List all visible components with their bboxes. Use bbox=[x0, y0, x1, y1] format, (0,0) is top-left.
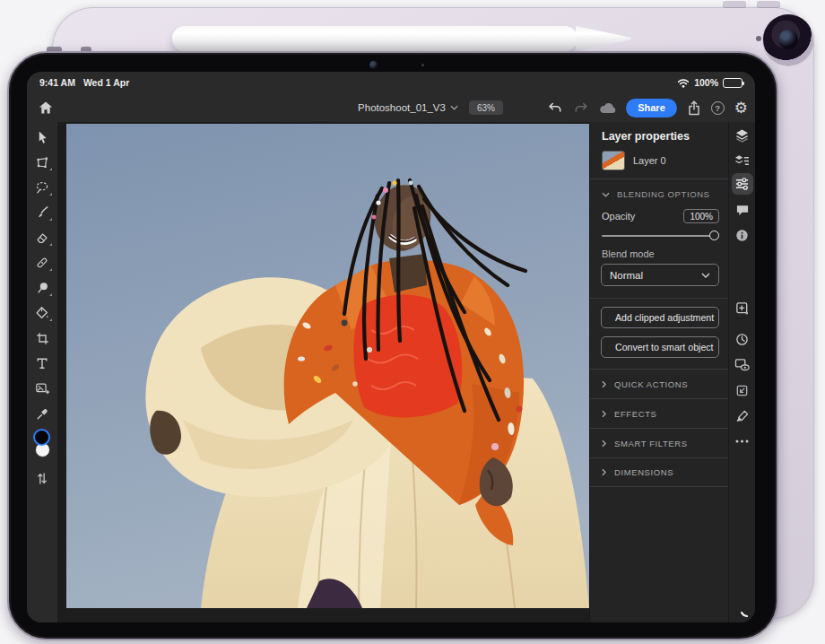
tool-healing-brush[interactable] bbox=[27, 250, 57, 275]
panel-sections: QUICK ACTIONS EFFECTS SMART FILTERS DIME… bbox=[590, 369, 728, 487]
rear-microphone bbox=[756, 36, 761, 41]
info-icon[interactable] bbox=[732, 224, 753, 246]
tool-type[interactable] bbox=[27, 351, 57, 376]
tool-move[interactable] bbox=[27, 125, 57, 150]
status-date: Wed 1 Apr bbox=[83, 77, 129, 88]
convert-to-smart-object-button[interactable]: Convert to smart object bbox=[601, 336, 719, 358]
apple-pencil bbox=[172, 26, 578, 51]
tool-rail bbox=[27, 122, 57, 622]
home-button[interactable] bbox=[34, 97, 57, 118]
wifi-icon bbox=[677, 78, 690, 88]
front-ipad: 9:41 AM Wed 1 Apr 100% P bbox=[7, 51, 778, 640]
layers-icon[interactable] bbox=[732, 125, 753, 146]
section-effects[interactable]: EFFECTS bbox=[590, 398, 728, 428]
help-button[interactable]: ? bbox=[711, 101, 725, 115]
chevron-right-icon bbox=[602, 410, 606, 418]
layer-visibility-icon[interactable] bbox=[732, 353, 753, 375]
screen-corner-highlight bbox=[740, 605, 752, 618]
export-button[interactable] bbox=[687, 100, 701, 116]
blending-options-header[interactable]: BLENDING OPTIONS bbox=[590, 179, 728, 201]
tool-color-swatch[interactable] bbox=[27, 428, 57, 462]
section-dimensions[interactable]: DIMENSIONS bbox=[590, 457, 728, 487]
ambient-sensor bbox=[421, 64, 424, 66]
rear-top-button bbox=[723, 1, 746, 8]
tool-dodge[interactable] bbox=[27, 275, 57, 300]
opacity-slider[interactable] bbox=[602, 235, 716, 237]
task-rail bbox=[728, 122, 755, 622]
chevron-down-icon bbox=[450, 105, 458, 110]
tool-eyedropper[interactable] bbox=[27, 401, 57, 426]
tool-fill[interactable] bbox=[27, 300, 57, 326]
clean-icon[interactable] bbox=[732, 405, 753, 426]
tool-lasso[interactable] bbox=[27, 175, 57, 200]
battery-percent: 100% bbox=[694, 77, 718, 88]
zoom-level-badge[interactable]: 63% bbox=[469, 100, 503, 115]
rear-camera bbox=[763, 14, 813, 65]
tool-transform[interactable] bbox=[27, 150, 57, 175]
settings-button[interactable]: ⚙ bbox=[734, 100, 748, 116]
blend-mode-dropdown[interactable]: Normal bbox=[601, 264, 719, 286]
layer-row[interactable]: Layer 0 bbox=[590, 149, 728, 179]
app-screen: 9:41 AM Wed 1 Apr 100% P bbox=[27, 72, 755, 622]
top-toolbar: Photoshoot_01_V3 63% Share bbox=[27, 93, 755, 122]
layer-properties-icon[interactable] bbox=[732, 150, 753, 171]
rear-volume-button bbox=[757, 1, 780, 8]
document-title[interactable]: Photoshoot_01_V3 bbox=[358, 102, 458, 113]
layer-name: Layer 0 bbox=[633, 155, 666, 166]
marketing-scene: 9:41 AM Wed 1 Apr 100% P bbox=[0, 0, 825, 644]
status-time: 9:41 AM bbox=[39, 77, 75, 88]
adjustments-icon[interactable] bbox=[732, 173, 753, 195]
layer-properties-panel: Layer properties Layer 0 BLENDING OPTION… bbox=[589, 122, 728, 622]
foreground-color[interactable] bbox=[33, 429, 50, 446]
more-options-icon[interactable] bbox=[732, 431, 753, 452]
layer-thumbnail[interactable] bbox=[602, 151, 625, 170]
status-bar: 9:41 AM Wed 1 Apr 100% bbox=[27, 72, 755, 93]
redo-button[interactable] bbox=[573, 101, 589, 114]
tool-eraser[interactable] bbox=[27, 225, 57, 250]
add-layer-icon[interactable] bbox=[732, 298, 753, 319]
opacity-label: Opacity bbox=[602, 211, 635, 222]
section-quick-actions[interactable]: QUICK ACTIONS bbox=[590, 369, 728, 398]
panel-title: Layer properties bbox=[590, 122, 728, 149]
comment-icon[interactable] bbox=[732, 199, 753, 221]
undo-button[interactable] bbox=[547, 101, 563, 114]
front-camera bbox=[369, 61, 378, 69]
opacity-value[interactable]: 100% bbox=[683, 209, 719, 223]
section-smart-filters[interactable]: SMART FILTERS bbox=[590, 428, 728, 457]
chevron-right-icon bbox=[602, 439, 606, 448]
share-button[interactable]: Share bbox=[626, 99, 677, 117]
chevron-down-icon bbox=[602, 192, 610, 197]
chevron-right-icon bbox=[602, 380, 606, 388]
tool-brush[interactable] bbox=[27, 200, 57, 225]
opacity-slider-handle[interactable] bbox=[709, 231, 719, 240]
camera-lens bbox=[778, 30, 798, 49]
home-icon bbox=[38, 100, 54, 115]
tool-crop[interactable] bbox=[27, 326, 57, 351]
canvas-pasteboard[interactable] bbox=[57, 122, 589, 622]
arrange-icon[interactable] bbox=[732, 379, 753, 401]
cloud-sync-icon[interactable] bbox=[599, 102, 616, 114]
photo-canvas[interactable] bbox=[66, 124, 589, 608]
tool-swap-colors[interactable] bbox=[27, 466, 57, 491]
tool-place-photo[interactable] bbox=[27, 376, 57, 401]
chevron-right-icon bbox=[602, 468, 606, 476]
battery-icon bbox=[723, 78, 742, 88]
history-icon[interactable] bbox=[732, 328, 753, 350]
chevron-down-icon bbox=[701, 273, 710, 278]
blend-mode-label: Blend mode bbox=[590, 237, 728, 264]
add-clipped-adjustment-button[interactable]: Add clipped adjustment bbox=[601, 307, 719, 328]
